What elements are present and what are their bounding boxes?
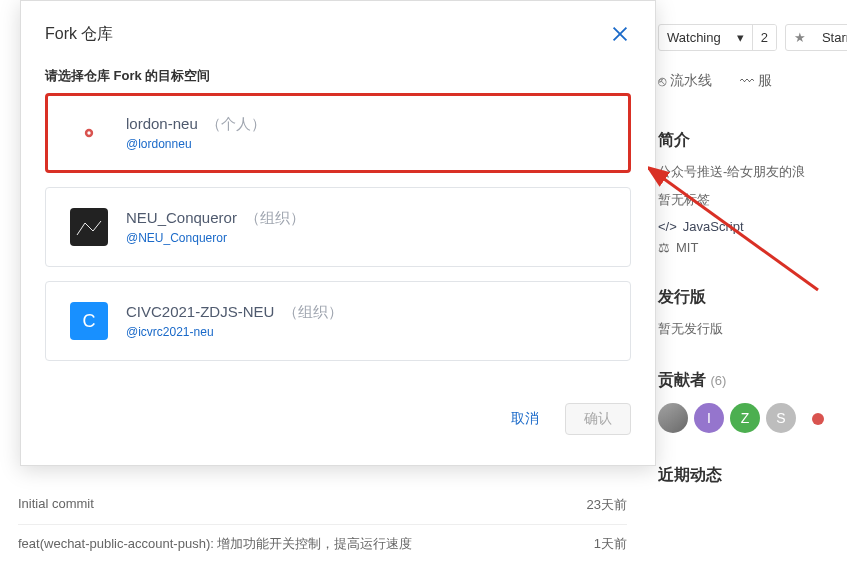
intro-text: 公众号推送-给女朋友的浪: [658, 163, 839, 181]
contributors-avatars: I Z S: [658, 403, 839, 433]
close-icon[interactable]: [609, 23, 631, 45]
avatar[interactable]: Z: [730, 403, 760, 433]
fork-modal: Fork 仓库 请选择仓库 Fork 的目标空间 lordon-neu （个人）…: [20, 0, 656, 466]
repo-action-buttons: Watching ▾ 2 ★ Starred 1: [658, 24, 847, 51]
watching-button[interactable]: Watching ▾ 2: [658, 24, 777, 51]
option-name: NEU_Conqueror: [126, 209, 237, 226]
language-label: JavaScript: [683, 219, 744, 234]
avatar[interactable]: [658, 403, 688, 433]
chevron-down-icon: ▾: [729, 25, 752, 50]
avatar: [70, 208, 108, 246]
option-name: CIVC2021-ZDJS-NEU: [126, 303, 274, 320]
commit-message: Initial commit: [18, 496, 94, 514]
contributors-heading: 贡献者 (6): [658, 370, 839, 391]
commit-time: 23天前: [587, 496, 627, 514]
option-handle: @lordonneu: [126, 137, 266, 151]
commit-time: 1天前: [594, 535, 627, 553]
activity-icon: 〰: [740, 73, 754, 89]
repo-nav: ⎋ 流水线 〰 服: [658, 72, 847, 90]
recent-heading: 近期动态: [658, 465, 839, 486]
modal-title: Fork 仓库: [45, 24, 113, 45]
avatar: [70, 114, 108, 152]
license-row: ⚖ MIT: [658, 240, 839, 255]
code-icon: </>: [658, 219, 677, 234]
star-icon: ★: [786, 25, 814, 50]
pipeline-icon: ⎋: [658, 73, 666, 89]
option-type: （组织）: [283, 303, 343, 320]
release-heading: 发行版: [658, 287, 839, 308]
fork-target-option-org[interactable]: NEU_Conqueror （组织） @NEU_Conqueror: [45, 187, 631, 267]
svg-point-1: [87, 131, 90, 134]
nav-service-label: 服: [758, 72, 772, 90]
modal-subhead: 请选择仓库 Fork 的目标空间: [45, 67, 631, 85]
language-row: </> JavaScript: [658, 219, 839, 234]
release-text: 暂无发行版: [658, 320, 839, 338]
starred-button[interactable]: ★ Starred 1: [785, 24, 847, 51]
commit-list: Initial commit 23天前 feat(wechat-public-a…: [18, 486, 627, 563]
option-handle: @icvrc2021-neu: [126, 325, 343, 339]
nav-service[interactable]: 〰 服: [740, 72, 772, 90]
option-handle: @NEU_Conqueror: [126, 231, 305, 245]
commit-row[interactable]: Initial commit 23天前: [18, 486, 627, 524]
avatar: C: [70, 302, 108, 340]
fork-target-option-org[interactable]: C CIVC2021-ZDJS-NEU （组织） @icvrc2021-neu: [45, 281, 631, 361]
starred-label: Starred: [814, 25, 847, 50]
balance-icon: ⚖: [658, 240, 670, 255]
license-label: MIT: [676, 240, 698, 255]
watching-label: Watching: [659, 25, 729, 50]
watching-count: 2: [752, 25, 776, 50]
commit-row[interactable]: feat(wechat-public-account-push): 增加功能开关…: [18, 524, 627, 563]
confirm-button[interactable]: 确认: [565, 403, 631, 435]
commit-message: feat(wechat-public-account-push): 增加功能开关…: [18, 535, 412, 553]
cancel-button[interactable]: 取消: [501, 403, 549, 435]
option-name: lordon-neu: [126, 115, 198, 132]
avatar[interactable]: S: [766, 403, 796, 433]
option-type: （个人）: [206, 115, 266, 132]
sidebar: 简介 公众号推送-给女朋友的浪 暂无标签 </> JavaScript ⚖ MI…: [658, 130, 839, 518]
contributors-count: (6): [710, 373, 726, 388]
no-tag-label: 暂无标签: [658, 191, 839, 209]
option-type: （组织）: [245, 209, 305, 226]
fork-target-option-personal[interactable]: lordon-neu （个人） @lordonneu: [45, 93, 631, 173]
avatar-more[interactable]: [812, 413, 824, 425]
nav-pipeline-label: 流水线: [670, 72, 712, 90]
intro-heading: 简介: [658, 130, 839, 151]
nav-pipeline[interactable]: ⎋ 流水线: [658, 72, 712, 90]
avatar[interactable]: I: [694, 403, 724, 433]
